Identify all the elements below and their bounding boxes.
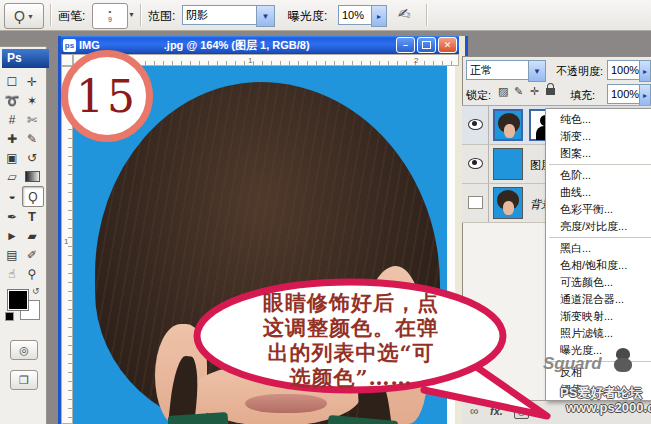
menu-item-curves[interactable]: 曲线... bbox=[546, 184, 651, 201]
eraser-tool-icon[interactable]: ▱ bbox=[2, 167, 22, 186]
type-tool-icon[interactable]: T bbox=[22, 207, 42, 226]
visibility-eye-icon[interactable] bbox=[468, 158, 483, 169]
menu-item-pattern[interactable]: 图案... bbox=[546, 145, 651, 162]
default-colors-icon[interactable] bbox=[5, 312, 14, 321]
watermark-brand: Sguard bbox=[543, 354, 602, 374]
brush-tip-icon: • bbox=[109, 8, 112, 16]
visibility-checkbox-empty[interactable] bbox=[468, 196, 483, 209]
ruler-tick-label: 1 bbox=[248, 56, 252, 65]
step-number: 15 bbox=[76, 71, 138, 122]
foreground-color-swatch[interactable] bbox=[8, 290, 28, 310]
maximize-button[interactable] bbox=[417, 37, 436, 53]
rectangular-marquee-tool-icon[interactable]: ☐ bbox=[2, 72, 22, 91]
ruler-tick-label: 1 bbox=[64, 237, 68, 246]
clone-stamp-tool-icon[interactable]: ▣ bbox=[2, 148, 22, 167]
quick-mask-button[interactable]: ◎ bbox=[10, 340, 38, 360]
slice-tool-icon[interactable]: ✄ bbox=[22, 110, 42, 129]
toolbox-ps-logo[interactable]: Ps bbox=[2, 49, 49, 68]
menu-item-selective-color[interactable]: 可选颜色... bbox=[546, 274, 651, 291]
photo-lips bbox=[245, 394, 327, 413]
menu-item-photo-filter[interactable]: 照片滤镜... bbox=[546, 325, 651, 342]
menu-item-hue-saturation[interactable]: 色相/饱和度... bbox=[546, 257, 651, 274]
fill-arrow[interactable]: ▸ bbox=[639, 84, 651, 106]
eyedropper-tool-icon[interactable]: ✐ bbox=[22, 245, 42, 264]
lock-all-icon[interactable] bbox=[546, 83, 555, 95]
callout-line: 眼睛修饰好后，点 bbox=[212, 290, 490, 315]
gradient-tool-icon[interactable] bbox=[22, 167, 42, 186]
range-select-arrow[interactable]: ▼ bbox=[256, 5, 275, 27]
dodge-tool-icon-selected[interactable]: Ϙ bbox=[22, 186, 44, 207]
blur-tool-icon[interactable]: ◒ bbox=[2, 186, 22, 205]
blend-mode-select[interactable]: 正常 bbox=[466, 60, 536, 80]
hand-tool-icon[interactable]: ☝ bbox=[2, 264, 22, 283]
opacity-label: 不透明度: bbox=[556, 64, 603, 79]
close-button[interactable]: ✕ bbox=[438, 37, 457, 53]
add-mask-icon[interactable] bbox=[514, 406, 529, 419]
dodge-tool-icon: Ϙ bbox=[14, 8, 25, 24]
menu-item-solid-color[interactable]: 纯色... bbox=[546, 111, 651, 128]
menu-item-channel-mixer[interactable]: 通道混合器... bbox=[546, 291, 651, 308]
visibility-eye-icon[interactable] bbox=[468, 119, 483, 130]
lock-image-icon[interactable]: ✎ bbox=[514, 85, 523, 98]
magic-wand-tool-icon[interactable]: ✶ bbox=[22, 91, 42, 110]
callout-text: 眼睛修饰好后，点 这调整颜色。在弹 出的列表中选“可 选颜色”…… bbox=[212, 290, 490, 390]
notes-tool-icon[interactable]: ▤ bbox=[2, 245, 22, 264]
swap-colors-icon[interactable]: ↺ bbox=[32, 286, 40, 296]
airbrush-icon[interactable]: ✍ bbox=[397, 4, 413, 24]
photoshop-window: Ϙ ▼ 画笔: • 9 ▼ 范围: 阴影 ▼ 曝光度: 10% ▸ ✍ Ps ☐… bbox=[0, 0, 651, 424]
current-tool-button[interactable]: Ϙ ▼ bbox=[4, 3, 44, 29]
range-value: 阴影 bbox=[186, 8, 208, 23]
layer1-thumbnail[interactable] bbox=[493, 109, 523, 141]
ruler-corner bbox=[61, 54, 73, 66]
quick-mask-icon: ◎ bbox=[19, 344, 29, 357]
exposure-value: 10% bbox=[342, 9, 364, 21]
fill-value: 100% bbox=[611, 88, 639, 100]
screen-mode-button[interactable]: ❐ bbox=[10, 370, 38, 390]
pen-tool-icon[interactable]: ✒ bbox=[2, 207, 22, 226]
lock-position-icon[interactable]: ✛ bbox=[530, 85, 539, 98]
blend-mode-arrow[interactable]: ▼ bbox=[528, 60, 546, 82]
history-brush-tool-icon[interactable]: ↺ bbox=[22, 148, 42, 167]
layer-style-fx-icon[interactable]: fx. bbox=[490, 405, 503, 417]
path-selection-tool-icon[interactable]: ► bbox=[2, 226, 22, 245]
brush-size-value: 9 bbox=[108, 16, 112, 24]
menu-item-color-balance[interactable]: 色彩平衡... bbox=[546, 201, 651, 218]
move-tool-icon[interactable]: ✛ bbox=[22, 72, 42, 91]
brush-tool-icon[interactable]: ✎ bbox=[22, 129, 42, 148]
menu-item-levels[interactable]: 色阶... bbox=[546, 167, 651, 184]
menu-separator bbox=[549, 237, 651, 238]
menu-item-brightness-contrast[interactable]: 亮度/对比度... bbox=[546, 218, 651, 235]
watermark-url: www.ps2000.cn bbox=[566, 400, 651, 415]
brush-picker-arrow-icon[interactable]: ▼ bbox=[128, 11, 135, 18]
menu-item-black-white[interactable]: 黑白... bbox=[546, 240, 651, 257]
background-thumbnail[interactable] bbox=[493, 187, 523, 219]
healing-brush-tool-icon[interactable]: ✚ bbox=[2, 129, 22, 148]
screen-mode-icon: ❐ bbox=[19, 374, 29, 387]
menu-item-gradient-map[interactable]: 渐变映射... bbox=[546, 308, 651, 325]
shape-tool-icon[interactable]: ▰ bbox=[22, 226, 42, 245]
menu-item-gradient[interactable]: 渐变... bbox=[546, 128, 651, 145]
divider bbox=[50, 4, 52, 26]
link-layers-icon[interactable]: ∞ bbox=[470, 404, 479, 418]
lasso-tool-icon[interactable]: ➰ bbox=[2, 91, 22, 110]
menu-separator bbox=[549, 164, 651, 165]
zoom-tool-icon[interactable]: ⚲ bbox=[22, 264, 42, 283]
document-icon: ps bbox=[63, 39, 76, 52]
new-adjustment-layer-icon[interactable]: ◐ bbox=[536, 403, 544, 418]
step-number-badge: 15 bbox=[61, 50, 153, 142]
tool-grid: ☐ ✛ ➰ ✶ # ✄ ✚ ✎ ▣ ↺ ▱ ◒ Ϙ ✒ T ► ▰ ▤ ✐ ☝ … bbox=[2, 72, 44, 283]
lock-transparency-icon[interactable]: ▨ bbox=[498, 85, 508, 98]
crop-tool-icon[interactable]: # bbox=[2, 110, 22, 129]
opacity-value: 100% bbox=[611, 64, 639, 76]
exposure-arrow[interactable]: ▸ bbox=[371, 5, 387, 27]
minimize-button[interactable]: – bbox=[396, 37, 415, 53]
callout-line: 这调整颜色。在弹 bbox=[212, 315, 490, 340]
layer2-thumbnail[interactable] bbox=[493, 148, 523, 180]
blend-mode-value: 正常 bbox=[470, 63, 492, 78]
brush-preset-picker[interactable]: • 9 bbox=[92, 3, 128, 29]
opacity-arrow[interactable]: ▸ bbox=[639, 60, 651, 82]
divider bbox=[140, 4, 142, 26]
range-select[interactable]: 阴影 bbox=[182, 5, 264, 25]
range-label: 范围: bbox=[148, 9, 175, 23]
fill-label: 填充: bbox=[570, 88, 595, 103]
